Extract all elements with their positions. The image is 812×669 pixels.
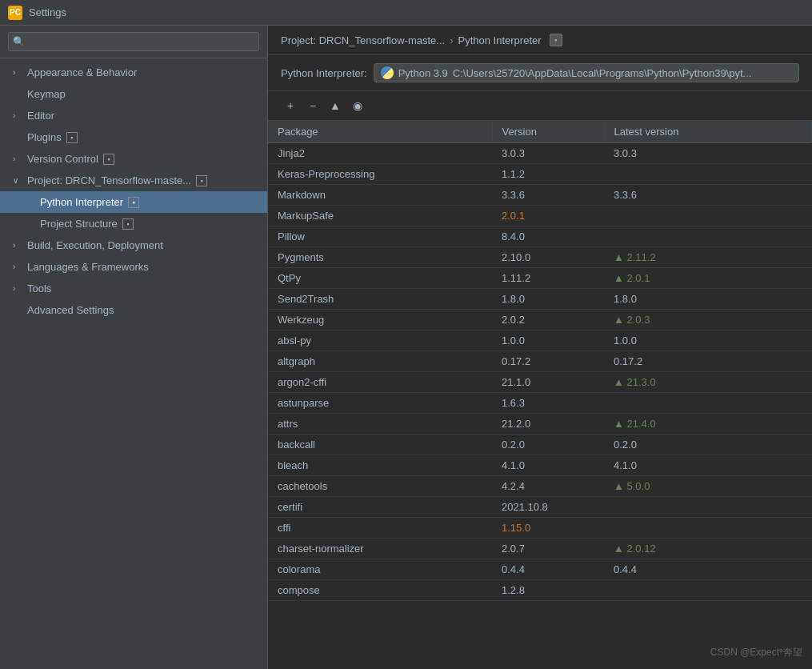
sidebar-item-python-interpreter[interactable]: Python Interpreter ▪ [0, 191, 267, 213]
table-row[interactable]: compose1.2.8 [268, 580, 812, 601]
table-row[interactable]: cachetools4.2.4▲ 5.0.0 [268, 476, 812, 497]
package-version: 21.1.0 [492, 372, 604, 393]
table-row[interactable]: astunparse1.6.3 [268, 393, 812, 414]
sidebar-item-languages[interactable]: › Languages & Frameworks [0, 256, 267, 278]
package-name: attrs [268, 414, 492, 435]
sidebar-item-keymap[interactable]: Keymap [0, 83, 267, 105]
table-row[interactable]: attrs21.2.0▲ 21.4.0 [268, 414, 812, 435]
plugin-icon: ▪ [66, 132, 78, 143]
package-version: 1.0.0 [492, 330, 604, 351]
package-version: 4.2.4 [492, 476, 604, 497]
package-name: astunparse [268, 393, 492, 414]
interpreter-row: Python Interpreter: Python 3.9 C:\Users\… [268, 55, 812, 91]
watermark: CSDN @Expectᵒ奔望 [710, 646, 802, 659]
sidebar-item-appearance[interactable]: › Appearance & Behavior [0, 62, 267, 83]
sidebar-item-tools[interactable]: › Tools [0, 278, 267, 299]
package-version: 21.2.0 [492, 414, 604, 435]
package-version: 3.0.3 [492, 143, 604, 164]
chevron-right-icon: › [13, 68, 22, 77]
breadcrumb-project: Project: DRCN_Tensorflow-maste... [281, 34, 445, 46]
package-name: cachetools [268, 476, 492, 497]
column-header-version: Version [492, 121, 604, 143]
package-name: Send2Trash [268, 289, 492, 310]
table-row[interactable]: Send2Trash1.8.01.8.0 [268, 289, 812, 310]
table-row[interactable]: Keras-Preprocessing1.1.2 [268, 164, 812, 185]
search-icon: 🔍 [13, 36, 25, 47]
package-latest-version [604, 497, 812, 518]
package-name: charset-normalizer [268, 539, 492, 559]
sidebar-item-advanced[interactable]: Advanced Settings [0, 299, 267, 321]
package-name: backcall [268, 435, 492, 455]
package-version: 2.0.2 [492, 310, 604, 330]
sidebar-item-build[interactable]: › Build, Execution, Deployment [0, 234, 267, 256]
table-row[interactable]: Jinja23.0.33.0.3 [268, 143, 812, 164]
chevron-right-icon: › [13, 262, 22, 271]
package-name: Markdown [268, 185, 492, 206]
show-packages-button[interactable]: ◉ [348, 96, 367, 115]
remove-package-button[interactable]: − [303, 96, 322, 115]
sidebar-item-label: Languages & Frameworks [27, 261, 149, 273]
title-bar: PC Settings [0, 0, 812, 26]
sidebar-item-editor[interactable]: › Editor [0, 105, 267, 126]
search-input[interactable] [8, 32, 259, 51]
package-version: 2.10.0 [492, 247, 604, 268]
package-name: certifi [268, 497, 492, 518]
table-row[interactable]: Pillow8.4.0 [268, 226, 812, 247]
project-icon: ▪ [196, 175, 207, 186]
sidebar-item-label: Appearance & Behavior [27, 66, 137, 78]
breadcrumb: Project: DRCN_Tensorflow-maste... › Pyth… [268, 26, 812, 55]
table-row[interactable]: backcall0.2.00.2.0 [268, 435, 812, 455]
search-box: 🔍 [0, 26, 267, 58]
package-name: QtPy [268, 268, 492, 289]
package-version: 8.4.0 [492, 226, 604, 247]
sidebar-item-plugins[interactable]: Plugins ▪ [0, 126, 267, 148]
table-row[interactable]: QtPy1.11.2▲ 2.0.1 [268, 268, 812, 289]
table-row[interactable]: certifi2021.10.8 [268, 497, 812, 518]
table-row[interactable]: Markdown3.3.63.3.6 [268, 185, 812, 206]
package-version: 1.11.2 [492, 268, 604, 289]
sidebar-item-version-control[interactable]: › Version Control ▪ [0, 148, 267, 170]
package-name: Keras-Preprocessing [268, 164, 492, 185]
package-name: Pygments [268, 247, 492, 268]
package-version: 2021.10.8 [492, 497, 604, 518]
interpreter-version: Python 3.9 [398, 67, 448, 79]
table-row[interactable]: cffi1.15.0 [268, 518, 812, 539]
package-version: 1.2.8 [492, 580, 604, 601]
table-row[interactable]: colorama0.4.40.4.4 [268, 559, 812, 580]
sidebar: 🔍 › Appearance & Behavior Keymap › Edito… [0, 26, 268, 669]
table-row[interactable]: altgraph0.17.20.17.2 [268, 351, 812, 372]
upgrade-package-button[interactable]: ▲ [326, 96, 345, 115]
table-row[interactable]: absl-py1.0.01.0.0 [268, 330, 812, 351]
chevron-right-icon: › [13, 154, 22, 163]
interpreter-path: C:\Users\25720\AppData\Local\Programs\Py… [453, 67, 752, 79]
package-latest-version [604, 393, 812, 414]
interpreter-selector[interactable]: Python 3.9 C:\Users\25720\AppData\Local\… [374, 63, 799, 82]
breadcrumb-icon: ▪ [550, 34, 562, 46]
sidebar-nav: › Appearance & Behavior Keymap › Editor … [0, 58, 267, 669]
table-row[interactable]: argon2-cffi21.1.0▲ 21.3.0 [268, 372, 812, 393]
package-name: absl-py [268, 330, 492, 351]
package-latest-version: 3.3.6 [604, 185, 812, 206]
package-name: compose [268, 580, 492, 601]
add-package-button[interactable]: + [281, 96, 300, 115]
sidebar-item-project[interactable]: ∨ Project: DRCN_Tensorflow-maste... ▪ [0, 170, 267, 191]
sidebar-item-label: Advanced Settings [27, 304, 114, 316]
package-latest-version: ▲ 2.11.2 [604, 247, 812, 268]
table-row[interactable]: MarkupSafe2.0.1 [268, 206, 812, 226]
package-name: Jinja2 [268, 143, 492, 164]
package-latest-version: ▲ 2.0.1 [604, 268, 812, 289]
package-version: 3.3.6 [492, 185, 604, 206]
sidebar-item-label: Project: DRCN_Tensorflow-maste... [27, 174, 191, 186]
sidebar-item-label: Project Structure [40, 218, 118, 230]
table-row[interactable]: Werkzeug2.0.2▲ 2.0.3 [268, 310, 812, 330]
package-latest-version: ▲ 21.4.0 [604, 414, 812, 435]
chevron-right-icon: › [13, 284, 22, 293]
package-latest-version [604, 580, 812, 601]
table-row[interactable]: charset-normalizer2.0.7▲ 2.0.12 [268, 539, 812, 559]
package-latest-version: 0.4.4 [604, 559, 812, 580]
sidebar-item-label: Python Interpreter [40, 196, 123, 208]
table-row[interactable]: bleach4.1.04.1.0 [268, 455, 812, 476]
table-row[interactable]: Pygments2.10.0▲ 2.11.2 [268, 247, 812, 268]
package-version: 1.8.0 [492, 289, 604, 310]
sidebar-item-project-structure[interactable]: Project Structure ▪ [0, 213, 267, 234]
